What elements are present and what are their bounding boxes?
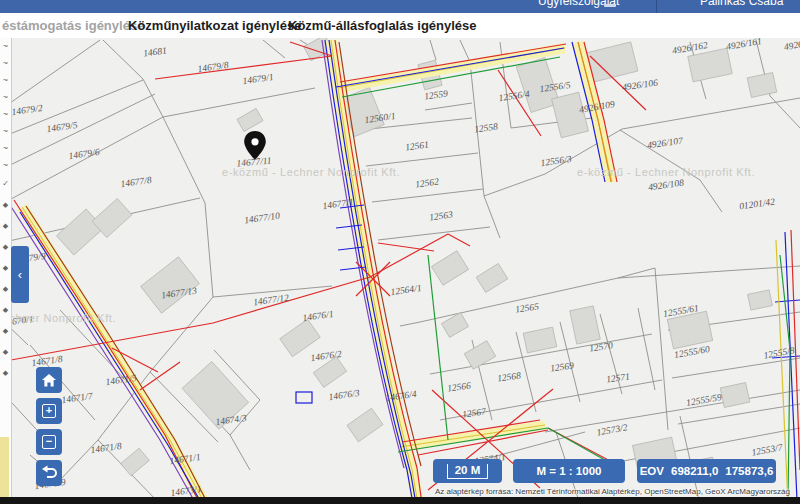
watermark: e-közmű - Lechner Nonprofit Kft. bbox=[0, 312, 116, 324]
parcel-label: 14676/4 bbox=[385, 389, 417, 403]
map-ratio-badge[interactable]: M = 1 : 1000 bbox=[513, 459, 625, 483]
parcel-label: 14677/12 bbox=[253, 293, 290, 308]
parcel-label: 12555/8 bbox=[763, 345, 795, 360]
coord-system-label: EOV bbox=[640, 465, 664, 477]
topbar-divider bbox=[656, 0, 657, 13]
diamond-icon[interactable]: ◆ bbox=[0, 362, 11, 383]
parcel-label: 14676/3 bbox=[328, 388, 360, 402]
wave-icon[interactable]: ~ bbox=[0, 38, 11, 55]
coordinate-readout[interactable]: EOV 698211,0 175873,6 bbox=[637, 459, 776, 483]
parcel-label: 14679/8 bbox=[197, 60, 229, 74]
parcel-label: 12560/1 bbox=[364, 111, 396, 125]
parcel-label: 12566 bbox=[447, 380, 472, 393]
check-icon[interactable]: ✓ bbox=[0, 174, 11, 194]
parcel-label: 14676/2 bbox=[310, 349, 342, 363]
parcel-label: 14671/7 bbox=[61, 391, 93, 405]
zoom-out-button[interactable]: − bbox=[36, 429, 62, 455]
wave-icon[interactable]: ~ bbox=[0, 72, 11, 89]
parcel-label: 4926/106 bbox=[622, 78, 659, 93]
scale-bar: 20 M bbox=[433, 459, 502, 483]
parcel-label: 12558 bbox=[474, 121, 499, 134]
diamond-icon[interactable]: ◆ bbox=[0, 341, 11, 362]
undo-button[interactable] bbox=[36, 460, 62, 486]
map-attribution: Az alaptérkép forrása: Nemzeti Térinform… bbox=[435, 487, 790, 496]
tab-utility-position[interactable]: Közmű-állásfoglalás igénylése bbox=[288, 18, 477, 33]
undo-arrow-icon bbox=[38, 464, 60, 482]
watermark: e-közmű - Lechner Nonprofit Kft. bbox=[222, 166, 400, 178]
diamond-icon[interactable]: ◆ bbox=[0, 320, 11, 341]
parcel-label: 12568 bbox=[497, 370, 522, 383]
parcel-label: 12555/59 bbox=[685, 392, 722, 408]
parcel-label: 14679/6 bbox=[68, 147, 100, 161]
parcel-label: 12555/61 bbox=[662, 303, 699, 319]
diamond-icon[interactable]: ◆ bbox=[0, 194, 11, 215]
parcel-label: 12563 bbox=[429, 209, 454, 222]
layer-highlight bbox=[0, 437, 9, 497]
diamond-icon[interactable]: ◆ bbox=[0, 215, 11, 236]
wave-icon[interactable]: ~ bbox=[0, 89, 11, 106]
wave-icon[interactable]: ~ bbox=[0, 55, 11, 72]
parcel-label: 14676/1 bbox=[302, 309, 334, 323]
parcel-label: 14674/3 bbox=[215, 413, 247, 427]
parcel-label: 12556/5 bbox=[539, 80, 571, 94]
wave-icon[interactable]: ~ bbox=[0, 140, 11, 157]
parcel-label: 12562 bbox=[415, 176, 440, 189]
parcel-label: 14671/1 bbox=[169, 452, 201, 466]
parcel-label: 12556/4 bbox=[498, 89, 530, 103]
parcel-label: 14677/8 bbox=[120, 175, 152, 189]
parcel-label: 12559 bbox=[424, 88, 449, 101]
parcel-label: 4926/108 bbox=[648, 178, 685, 193]
scale-bar-label: 20 M bbox=[447, 464, 489, 479]
coord-easting: 698211,0 bbox=[671, 465, 718, 477]
wave-icon[interactable]: ~ bbox=[0, 106, 11, 123]
parcel-label: 12561 bbox=[405, 139, 430, 152]
parcel-label: 14677/13 bbox=[161, 286, 198, 301]
parcel-label: 12564/1 bbox=[390, 283, 422, 297]
parcel-label: 12555/60 bbox=[673, 344, 710, 360]
parcel-label: 14679/2 bbox=[11, 103, 43, 117]
parcel-label: 12565 bbox=[515, 301, 540, 314]
parcel-label: 12556/3 bbox=[540, 154, 572, 168]
parcel-label: 12567 bbox=[462, 406, 487, 419]
diamond-icon[interactable]: ◆ bbox=[0, 236, 11, 257]
map-canvas[interactable]: 1468114679/814679/114679/214679/514679/6… bbox=[0, 38, 800, 504]
parcel-label: 14679/1 bbox=[242, 72, 274, 86]
diamond-icon[interactable]: ◆ bbox=[0, 278, 11, 299]
parcel-label: 12573/2 bbox=[596, 422, 628, 437]
home-button[interactable] bbox=[36, 367, 62, 393]
zoom-in-button[interactable]: + bbox=[36, 398, 62, 424]
parcel-label: 14677/10 bbox=[244, 211, 281, 226]
top-app-bar: Ügyfélszolgálat Pálinkás Csaba bbox=[0, 0, 800, 13]
diamond-icon[interactable]: ◆ bbox=[0, 299, 11, 320]
parcel-label: 12553/7 bbox=[751, 442, 783, 457]
chevron-left-icon: ‹ bbox=[18, 267, 22, 282]
parcel-label: 14671/8 bbox=[90, 441, 122, 455]
parcel-label: 14677/1 bbox=[322, 197, 354, 211]
tab-utility-statement[interactable]: Közműnyilatkozat igénylése bbox=[128, 18, 301, 33]
diamond-icon[interactable]: ◆ bbox=[0, 257, 11, 278]
minus-icon: − bbox=[42, 435, 56, 449]
parcel-label: 14673/1 bbox=[170, 484, 202, 498]
parcel-label: 12570 bbox=[589, 340, 614, 353]
wave-icon[interactable]: ~ bbox=[0, 123, 11, 140]
parcel-label: 14671/5 bbox=[105, 373, 137, 387]
parcel-label: 14681 bbox=[143, 45, 168, 58]
parcel-label: 12571 bbox=[606, 371, 631, 384]
wave-icon[interactable]: ~ bbox=[0, 157, 11, 174]
parcel-label: 4926/109 bbox=[578, 99, 615, 115]
parcel-label: 4926/107 bbox=[647, 136, 684, 151]
panel-collapse-button[interactable]: ‹ bbox=[11, 246, 29, 303]
watermark: e-közmű - Lechner Nonprofit Kft. bbox=[577, 166, 755, 178]
tab-design-support[interactable]: éstámogatás igénylése bbox=[2, 18, 144, 33]
parcel-label: 14671/8 bbox=[31, 354, 63, 368]
parcel-label: 4926/162 bbox=[671, 40, 708, 56]
map-ratio-label: M = 1 : 1000 bbox=[537, 465, 602, 477]
user-name[interactable]: Pálinkás Csaba bbox=[700, 0, 783, 8]
parcel-label: 01201/42 bbox=[739, 197, 776, 212]
parcel-label: 14679/5 bbox=[46, 120, 78, 134]
home-icon bbox=[41, 373, 57, 388]
plus-icon: + bbox=[42, 404, 56, 418]
parcel-label: 4926/1 bbox=[783, 38, 800, 52]
bottom-window-strip bbox=[0, 497, 800, 504]
menu-icon[interactable] bbox=[604, 4, 616, 7]
